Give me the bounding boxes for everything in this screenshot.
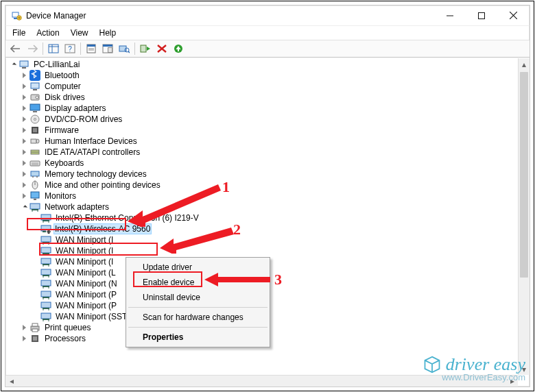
kb-icon	[29, 158, 40, 169]
svg-rect-48	[36, 176, 38, 177]
menu-file[interactable]: File	[7, 27, 31, 39]
expand-chevron-icon[interactable]	[19, 117, 29, 122]
svg-rect-53	[30, 204, 40, 209]
cpu-icon	[29, 333, 40, 344]
ctx-enable-device[interactable]: Enable device	[128, 275, 268, 290]
tree-item-label: Print queues	[43, 323, 92, 332]
expand-chevron-icon[interactable]	[19, 171, 29, 177]
properties-button[interactable]	[83, 41, 99, 56]
expand-chevron-icon[interactable]	[19, 73, 29, 78]
tree-item-label: Network adapters	[43, 202, 110, 212]
expand-chevron-icon[interactable]	[19, 193, 29, 199]
ctx-update-driver[interactable]: Update driver	[128, 260, 268, 275]
svg-rect-76	[41, 269, 51, 275]
tree-category[interactable]: Display adapters	[8, 103, 518, 114]
tree-root[interactable]: PC-LillianLai	[8, 59, 518, 70]
bt-icon	[29, 70, 40, 81]
expand-chevron-icon[interactable]	[19, 127, 29, 133]
maximize-button[interactable]	[466, 5, 497, 26]
expand-chevron-icon[interactable]	[19, 138, 29, 144]
svg-rect-15	[87, 45, 95, 47]
svg-rect-64	[41, 236, 51, 242]
svg-rect-24	[141, 45, 146, 52]
scroll-up-icon[interactable]: ▴	[519, 58, 530, 70]
back-button[interactable]	[8, 41, 24, 56]
expand-chevron-icon[interactable]	[19, 84, 29, 89]
tree-category[interactable]: Monitors	[8, 191, 518, 201]
toolbar-sep	[43, 42, 43, 55]
tree-category[interactable]: Mice and other pointing devices	[8, 180, 518, 191]
svg-rect-58	[43, 220, 49, 221]
expand-chevron-icon[interactable]	[19, 206, 29, 209]
tree-item-wireless-ac-9560[interactable]: Intel(R) Wireless-AC 9560	[8, 223, 518, 234]
svg-point-36	[34, 119, 36, 121]
expand-chevron-icon[interactable]	[8, 63, 19, 66]
show-hide-console-button[interactable]	[45, 41, 62, 56]
svg-rect-19	[103, 45, 112, 47]
ctx-properties[interactable]: Properties	[128, 330, 268, 345]
expand-chevron-icon[interactable]	[19, 325, 29, 330]
svg-point-40	[36, 139, 39, 143]
svg-rect-81	[43, 286, 49, 287]
menu-help[interactable]: Help	[94, 27, 122, 39]
svg-rect-27	[22, 67, 26, 69]
expand-chevron-icon[interactable]	[19, 182, 29, 188]
ctx-scan-hardware[interactable]: Scan for hardware changes	[128, 310, 268, 325]
menu-view[interactable]: View	[65, 27, 94, 39]
expand-chevron-icon[interactable]	[19, 336, 29, 341]
enable-device-button[interactable]	[137, 41, 154, 56]
tree-item-label: WAN Miniport (SSTP)	[54, 312, 136, 321]
tree-category-network-adapters[interactable]: Network adapters	[8, 201, 518, 212]
expand-chevron-icon[interactable]	[19, 95, 29, 100]
scroll-thumb[interactable]	[520, 72, 528, 278]
tree-category[interactable]: Bluetooth	[8, 70, 518, 81]
svg-rect-80	[41, 280, 51, 286]
client-area: PC-LillianLaiBluetoothComputerDisk drive…	[5, 58, 530, 387]
update-driver-button[interactable]	[99, 41, 116, 56]
svg-rect-4	[18, 17, 21, 18]
fw-icon	[29, 125, 40, 136]
expand-chevron-icon[interactable]	[19, 149, 29, 155]
svg-rect-29	[31, 83, 39, 88]
tree-category[interactable]: Firmware	[8, 125, 518, 136]
tree-category[interactable]: Memory technology devices	[8, 169, 518, 180]
mouse-icon	[29, 180, 40, 191]
tree-item-network-adapter[interactable]: WAN Miniport (I	[8, 245, 518, 256]
expand-chevron-icon[interactable]	[19, 106, 29, 111]
tree-item-label: Monitors	[43, 191, 78, 201]
expand-chevron-icon[interactable]	[19, 160, 29, 166]
tree-category[interactable]: Computer	[8, 81, 518, 92]
scroll-left-icon[interactable]: ◂	[5, 376, 17, 387]
tree-category[interactable]: DVD/CD-ROM drives	[8, 114, 518, 125]
tree-item-label: Disk drives	[43, 93, 86, 102]
tree-item-label: Bluetooth	[43, 71, 81, 80]
tree-item-network-adapter[interactable]: WAN Miniport (I	[8, 234, 518, 245]
forward-button[interactable]	[24, 41, 40, 56]
title-bar[interactable]: Device Manager	[5, 5, 530, 26]
minimize-button[interactable]	[434, 5, 466, 26]
svg-rect-93	[43, 319, 49, 320]
tree-item-label: PC-LillianLai	[32, 60, 81, 69]
tree-category[interactable]: IDE ATA/ATAPI controllers	[8, 147, 518, 158]
ide-icon	[29, 147, 40, 158]
pc-icon	[29, 81, 40, 92]
add-legacy-hardware-button[interactable]	[170, 41, 187, 56]
tree-item-label: WAN Miniport (P	[54, 301, 118, 310]
vertical-scrollbar[interactable]: ▴ ▾	[518, 58, 530, 375]
svg-rect-98	[32, 329, 38, 332]
tree-category[interactable]: Disk drives	[8, 92, 518, 103]
uninstall-device-button[interactable]	[154, 41, 170, 56]
svg-rect-77	[43, 275, 49, 276]
toolbar: ?	[5, 40, 530, 58]
net-icon	[40, 212, 51, 223]
svg-rect-92	[41, 313, 51, 319]
tree-category[interactable]: Keyboards	[8, 158, 518, 169]
scan-hardware-button[interactable]	[116, 41, 132, 56]
tree-category[interactable]: Human Interface Devices	[8, 136, 518, 147]
tree-item-network-adapter[interactable]: Intel(R) Ethernet Connection (6) I219-V	[8, 212, 518, 223]
ctx-uninstall-device[interactable]: Uninstall device	[128, 290, 268, 305]
help-button[interactable]: ?	[62, 41, 78, 56]
netX-icon	[40, 223, 51, 234]
menu-action[interactable]: Action	[31, 27, 64, 39]
close-button[interactable]	[497, 5, 529, 26]
